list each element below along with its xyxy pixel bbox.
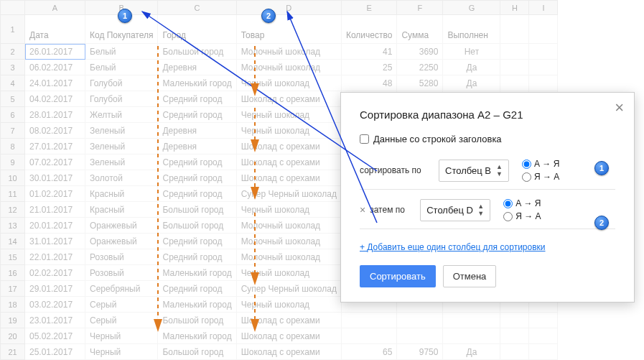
cell[interactable]: [443, 328, 500, 344]
header-cell[interactable]: [529, 15, 558, 44]
cell[interactable]: 9750: [397, 344, 443, 360]
cell[interactable]: Оранжевый: [85, 218, 158, 234]
add-sort-column-link[interactable]: Добавить еще один столбец для сортировки: [360, 242, 546, 252]
cell[interactable]: 04.02.2017: [25, 91, 85, 107]
cell[interactable]: Средний город: [158, 234, 236, 249]
cell[interactable]: Красный: [85, 186, 158, 202]
cell[interactable]: Шоколад с орехами: [236, 313, 341, 328]
header-cell[interactable]: Сумма: [397, 15, 443, 44]
cell[interactable]: 20.01.2017: [25, 218, 85, 234]
cell[interactable]: Золотой: [85, 170, 158, 186]
cell[interactable]: Средний город: [158, 186, 236, 202]
cell[interactable]: 05.02.2017: [25, 328, 85, 344]
cell[interactable]: Молочный шоколад: [236, 249, 341, 265]
row-header[interactable]: 3: [1, 60, 25, 75]
cell[interactable]: Деревня: [158, 139, 236, 154]
header-cell[interactable]: Город: [158, 15, 236, 44]
cell[interactable]: 2250: [397, 60, 443, 75]
cell[interactable]: 21.01.2017: [25, 202, 85, 218]
sort-button[interactable]: Сортировать: [360, 265, 436, 287]
cell[interactable]: Розовый: [85, 265, 158, 281]
cell[interactable]: Зеленый: [85, 123, 158, 139]
header-cell[interactable]: Дата: [25, 15, 85, 44]
cell[interactable]: 25.01.2017: [25, 344, 85, 360]
cell[interactable]: [500, 344, 529, 360]
cell[interactable]: [500, 60, 529, 75]
row-header[interactable]: 18: [1, 297, 25, 313]
cell[interactable]: 27.01.2017: [25, 139, 85, 154]
sort-asc-radio-1[interactable]: А → Я: [522, 159, 559, 169]
cell[interactable]: Розовый: [85, 249, 158, 265]
cell[interactable]: Черный шоколад: [236, 265, 341, 281]
close-icon[interactable]: ×: [615, 100, 624, 116]
cell[interactable]: 3690: [397, 44, 443, 60]
cell[interactable]: Желтый: [85, 107, 158, 123]
row-header[interactable]: 6: [1, 107, 25, 123]
cell[interactable]: Средний город: [158, 249, 236, 265]
cell[interactable]: Серый: [85, 313, 158, 328]
cell[interactable]: Маленький город: [158, 75, 236, 91]
cell[interactable]: Да: [443, 75, 500, 91]
cell[interactable]: [500, 328, 529, 344]
cell[interactable]: Маленький город: [158, 265, 236, 281]
column-header[interactable]: D: [236, 1, 341, 15]
sort-asc-radio-2[interactable]: А → Я: [503, 198, 541, 208]
cell[interactable]: Большой город: [158, 218, 236, 234]
cell[interactable]: Черный шоколад: [236, 297, 341, 313]
cell[interactable]: [500, 313, 529, 328]
cell[interactable]: 65: [341, 344, 396, 360]
cell[interactable]: 24.01.2017: [25, 75, 85, 91]
cell[interactable]: Средний город: [158, 281, 236, 297]
cell[interactable]: Деревня: [158, 123, 236, 139]
cell[interactable]: Черный: [85, 344, 158, 360]
row-header[interactable]: 9: [1, 154, 25, 170]
row-header[interactable]: 16: [1, 265, 25, 281]
cell[interactable]: [341, 328, 396, 344]
column-header[interactable]: F: [397, 1, 443, 15]
cell[interactable]: [443, 313, 500, 328]
cell[interactable]: Серебряный: [85, 281, 158, 297]
cell[interactable]: Оранжевый: [85, 234, 158, 249]
row-header[interactable]: 19: [1, 313, 25, 328]
header-cell[interactable]: Товар: [236, 15, 341, 44]
cell[interactable]: Белый: [85, 60, 158, 75]
column-header[interactable]: A: [25, 1, 85, 15]
cell[interactable]: 31.01.2017: [25, 234, 85, 249]
cell[interactable]: 23.01.2017: [25, 313, 85, 328]
cell[interactable]: Молочный шоколад: [236, 44, 341, 60]
header-row-checkbox[interactable]: [360, 134, 369, 144]
cell[interactable]: Средний город: [158, 91, 236, 107]
cell[interactable]: [341, 313, 396, 328]
cell[interactable]: Белый: [85, 44, 158, 60]
row-header[interactable]: 20: [1, 328, 25, 344]
cell[interactable]: Шоколад с орехами: [236, 344, 341, 360]
column-header[interactable]: H: [500, 1, 529, 15]
cell[interactable]: Молочный шоколад: [236, 60, 341, 75]
cell[interactable]: Средний город: [158, 170, 236, 186]
cell[interactable]: Красный: [85, 202, 158, 218]
header-cell[interactable]: [500, 15, 529, 44]
cell[interactable]: Черный шоколад: [236, 107, 341, 123]
cell[interactable]: Молочный шоколад: [236, 234, 341, 249]
cell[interactable]: [529, 75, 558, 91]
cell[interactable]: Шоколад с орехами: [236, 328, 341, 344]
row-header[interactable]: 21: [1, 344, 25, 360]
cell[interactable]: Деревня: [158, 60, 236, 75]
row-header[interactable]: 2: [1, 44, 25, 60]
cell[interactable]: [529, 344, 558, 360]
cell[interactable]: Нет: [443, 44, 500, 60]
row-header[interactable]: 5: [1, 91, 25, 107]
cell[interactable]: [529, 313, 558, 328]
cell[interactable]: [500, 44, 529, 60]
cell[interactable]: Черный шоколад: [236, 202, 341, 218]
cell[interactable]: [397, 313, 443, 328]
row-header[interactable]: 17: [1, 281, 25, 297]
cell[interactable]: [500, 75, 529, 91]
cell[interactable]: Маленький город: [158, 297, 236, 313]
cell[interactable]: Шоколад с орехами: [236, 91, 341, 107]
row-header[interactable]: 11: [1, 186, 25, 202]
cell[interactable]: Средний город: [158, 154, 236, 170]
cell[interactable]: Молочный шоколад: [236, 218, 341, 234]
cell[interactable]: Черный шоколад: [236, 75, 341, 91]
column-header[interactable]: C: [158, 1, 236, 15]
